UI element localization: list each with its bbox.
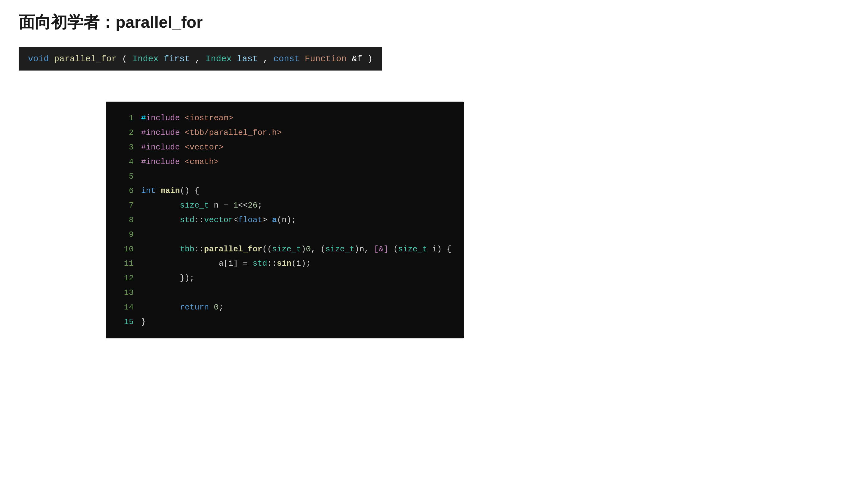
num-7b: 26 bbox=[248, 198, 257, 213]
sig-first: first bbox=[164, 54, 190, 64]
parens-6: () { bbox=[180, 184, 199, 198]
float-8: float bbox=[238, 213, 262, 228]
line-num-10: 10 bbox=[118, 242, 134, 257]
line-num-14: 14 bbox=[118, 300, 134, 315]
include-3: #include bbox=[141, 140, 180, 155]
zero-10: 0 bbox=[306, 242, 311, 257]
std-11: std bbox=[253, 256, 267, 271]
line-num-1: 1 bbox=[118, 111, 134, 126]
sin-11: sin bbox=[277, 256, 291, 271]
include-1: include bbox=[146, 111, 180, 126]
space-4 bbox=[180, 155, 185, 169]
path-2: <tbb/parallel_for.h> bbox=[185, 126, 281, 140]
line-num-15: 15 bbox=[118, 315, 134, 329]
code-line-2: 2 #include <tbb/parallel_for.h> bbox=[118, 126, 452, 140]
code-block-wrapper: 1 #include <iostream> 2 #include <tbb/pa… bbox=[106, 102, 835, 340]
path-3: <vector> bbox=[185, 140, 223, 155]
paren-8: (n); bbox=[277, 213, 296, 228]
empty-9 bbox=[141, 228, 146, 242]
line-num-2: 2 bbox=[118, 126, 134, 140]
space-6 bbox=[156, 184, 161, 198]
sizet-10c: size_t bbox=[398, 242, 427, 257]
include-2: #include bbox=[141, 126, 180, 140]
code-line-11: 11 a[i] = std::sin(i); bbox=[118, 256, 452, 271]
int-kw: int bbox=[141, 184, 156, 198]
code-line-9: 9 bbox=[118, 228, 452, 242]
space-2 bbox=[180, 126, 185, 140]
line-num-9: 9 bbox=[118, 228, 134, 242]
line-num-12: 12 bbox=[118, 271, 134, 286]
code-line-14: 14 return 0; bbox=[118, 300, 452, 315]
std-8: std bbox=[180, 213, 195, 228]
space-10: ( bbox=[388, 242, 398, 257]
a-11: a[i] = bbox=[219, 256, 253, 271]
colon-8: :: bbox=[195, 213, 204, 228]
code-line-13: 13 bbox=[118, 286, 452, 300]
space-1 bbox=[180, 111, 185, 126]
line-num-13: 13 bbox=[118, 286, 134, 300]
a-8: a bbox=[272, 213, 277, 228]
line-num-6: 6 bbox=[118, 184, 134, 198]
indent-14 bbox=[141, 300, 180, 315]
shift-7: << bbox=[238, 198, 248, 213]
code-line-5: 5 bbox=[118, 169, 452, 184]
sizet-10a: size_t bbox=[272, 242, 301, 257]
indent-7 bbox=[141, 198, 180, 213]
hash-1: # bbox=[141, 111, 146, 126]
line-num-5: 5 bbox=[118, 169, 134, 184]
main-func: main bbox=[160, 184, 180, 198]
close-15: } bbox=[141, 315, 146, 329]
path-4: <cmath> bbox=[185, 155, 218, 169]
line-num-4: 4 bbox=[118, 155, 134, 169]
line-num-7: 7 bbox=[118, 198, 134, 213]
space-3 bbox=[180, 140, 185, 155]
paren-10: (( bbox=[262, 242, 272, 257]
colon-11: :: bbox=[267, 256, 277, 271]
signature-container: void parallel_for ( Index first , Index … bbox=[19, 47, 835, 86]
lambda-10: [&] bbox=[374, 242, 388, 257]
code-line-3: 3 #include <vector> bbox=[118, 140, 452, 155]
line-num-3: 3 bbox=[118, 140, 134, 155]
line-num-11: 11 bbox=[118, 256, 134, 271]
cast-10b: )n, bbox=[355, 242, 374, 257]
space-14 bbox=[209, 300, 214, 315]
num-7: 1 bbox=[233, 198, 238, 213]
i-10: i) { bbox=[427, 242, 452, 257]
sizet-10b: size_t bbox=[325, 242, 355, 257]
empty-13 bbox=[141, 286, 146, 300]
indent-10 bbox=[141, 242, 180, 257]
code-line-1: 1 #include <iostream> bbox=[118, 111, 452, 126]
sig-last: last bbox=[237, 54, 258, 64]
code-line-10: 10 tbb::parallel_for((size_t)0, (size_t)… bbox=[118, 242, 452, 257]
path-1: <iostream> bbox=[185, 111, 233, 126]
semi-7: ; bbox=[258, 198, 262, 213]
code-line-8: 8 std::vector<float> a(n); bbox=[118, 213, 452, 228]
pfor-10: parallel_for bbox=[204, 242, 262, 257]
code-block: 1 #include <iostream> 2 #include <tbb/pa… bbox=[106, 102, 464, 338]
sig-paren1: ( bbox=[122, 54, 132, 64]
empty-5 bbox=[141, 169, 146, 184]
cast-10a: ) bbox=[301, 242, 306, 257]
code-line-7: 7 size_t n = 1<<26; bbox=[118, 198, 452, 213]
sig-const: const bbox=[273, 54, 299, 64]
colon-10: :: bbox=[195, 242, 204, 257]
function-signature: void parallel_for ( Index first , Index … bbox=[19, 47, 382, 71]
return-14: return bbox=[180, 300, 209, 315]
include-4: #include bbox=[141, 155, 180, 169]
sig-index2: Index bbox=[205, 54, 232, 64]
comma-10: , ( bbox=[311, 242, 325, 257]
semi-14: ; bbox=[219, 300, 224, 315]
close-12: }); bbox=[180, 271, 195, 286]
page-title: 面向初学者：parallel_for bbox=[19, 13, 835, 32]
sig-index1: Index bbox=[132, 54, 159, 64]
tbb-10: tbb bbox=[180, 242, 195, 257]
code-line-15: 15 } bbox=[118, 315, 452, 329]
sig-funcname: parallel_for bbox=[54, 54, 117, 64]
lt-8: < bbox=[233, 213, 238, 228]
code-line-4: 4 #include <cmath> bbox=[118, 155, 452, 169]
indent-11 bbox=[141, 256, 219, 271]
code-line-12: 12 }); bbox=[118, 271, 452, 286]
sig-function-type: Function bbox=[305, 54, 346, 64]
space-7: n = bbox=[209, 198, 233, 213]
sig-comma1: , bbox=[195, 54, 206, 64]
